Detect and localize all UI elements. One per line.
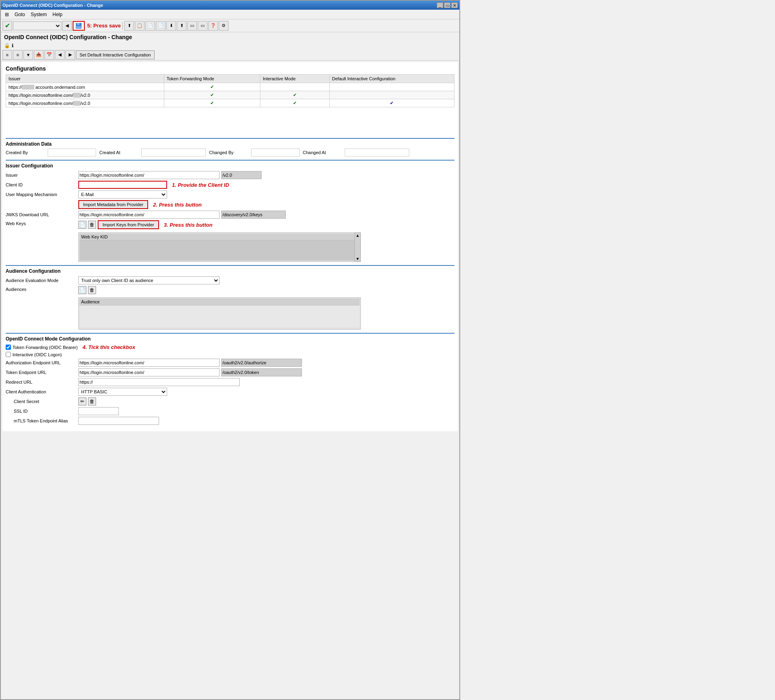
col-token-forwarding: Token Forwarding Mode bbox=[164, 75, 260, 83]
close-btn[interactable]: ✕ bbox=[451, 2, 458, 8]
menu-goto[interactable]: Goto bbox=[12, 11, 27, 18]
nav-back-icon[interactable]: ◀ bbox=[62, 21, 72, 31]
scrollbar-down-icon[interactable]: ▼ bbox=[356, 257, 360, 261]
toolbar-btn4[interactable]: 📄 bbox=[156, 21, 165, 31]
window-controls: _ ▭ ✕ bbox=[437, 2, 458, 8]
jwks-url-suffix-input[interactable] bbox=[221, 211, 286, 219]
created-at-input[interactable] bbox=[141, 148, 206, 157]
issuer-url-suffix-input[interactable] bbox=[221, 171, 262, 179]
changed-at-input[interactable] bbox=[345, 148, 409, 157]
check-icon[interactable]: ✔ bbox=[2, 21, 12, 31]
ssl-id-input[interactable] bbox=[78, 407, 119, 415]
row2-default bbox=[329, 91, 454, 99]
toolbar-combo[interactable] bbox=[13, 21, 61, 30]
scrollbar-up-icon[interactable]: ▲ bbox=[356, 233, 360, 238]
audience-eval-select[interactable]: Trust only own Client ID as audience bbox=[78, 276, 220, 284]
tb2-btn7[interactable]: ▶ bbox=[65, 50, 75, 60]
audiences-control: 📄 🗑 Audience bbox=[78, 286, 455, 330]
audience-delete-icon[interactable]: 🗑 bbox=[88, 286, 96, 294]
redirect-url-input[interactable] bbox=[78, 378, 240, 386]
user-mapping-select[interactable]: E-Mail bbox=[78, 190, 167, 199]
issuer-url-group bbox=[78, 171, 455, 179]
audience-new-icon[interactable]: 📄 bbox=[78, 286, 86, 294]
tb2-btn1[interactable]: ≡ bbox=[2, 50, 12, 60]
configurations-table: Issuer Token Forwarding Mode Interactive… bbox=[6, 74, 455, 107]
audience-eval-label: Audience Evaluation Mode bbox=[6, 278, 78, 283]
jwks-url-main-input[interactable] bbox=[78, 211, 220, 219]
restore-btn[interactable]: ▭ bbox=[444, 2, 450, 8]
save-button[interactable] bbox=[73, 21, 85, 31]
client-secret-delete-icon[interactable]: 🗑 bbox=[88, 397, 96, 405]
client-id-input[interactable] bbox=[78, 181, 167, 189]
import-keys-button[interactable]: Import Keys from Provider bbox=[98, 220, 159, 229]
row2-token-fwd: ✔ bbox=[164, 91, 260, 99]
web-keys-new-icon[interactable]: 📄 bbox=[78, 221, 86, 229]
token-url-suffix-input[interactable] bbox=[221, 368, 302, 376]
created-by-input[interactable] bbox=[48, 148, 96, 157]
menu-help[interactable]: Help bbox=[50, 11, 65, 18]
token-forwarding-checkbox[interactable] bbox=[6, 345, 11, 350]
web-keys-table: Web Key KID bbox=[78, 232, 361, 262]
tb2-btn6[interactable]: ◀ bbox=[55, 50, 65, 60]
client-auth-select[interactable]: HTTP BASIC bbox=[78, 388, 167, 396]
auth-endpoint-row: Authorization Endpoint URL bbox=[6, 359, 455, 367]
auth-endpoint-label: Authorization Endpoint URL bbox=[6, 360, 78, 365]
toolbar-btn3[interactable]: 📄 bbox=[145, 21, 155, 31]
auth-url-suffix-input[interactable] bbox=[221, 359, 302, 367]
col-interactive: Interactive Mode bbox=[260, 75, 329, 83]
admin-fields-row: Created By Created At Changed By Changed… bbox=[6, 148, 455, 157]
tb2-btn3[interactable]: ▼ bbox=[23, 50, 33, 60]
toolbar-btn5[interactable]: ⬇ bbox=[166, 21, 176, 31]
web-keys-delete-icon[interactable]: 🗑 bbox=[88, 221, 96, 229]
toolbar-btn6[interactable]: ⬆ bbox=[177, 21, 186, 31]
toolbar-btn2[interactable]: 📋 bbox=[135, 21, 145, 31]
row3-issuer: https://login.microsoftonline.com/ /v2.0 bbox=[6, 99, 164, 107]
menu-system[interactable]: System bbox=[28, 11, 49, 18]
info-icon[interactable]: ℹ bbox=[12, 43, 14, 48]
press-save-label: 5: Press save bbox=[87, 23, 121, 29]
row1-default bbox=[329, 83, 454, 91]
tb2-btn5[interactable]: 📅 bbox=[44, 50, 54, 60]
checkmark-blue-icon: ✔ bbox=[390, 100, 394, 105]
title-bar: OpenID Connect (OIDC) Configuration - Ch… bbox=[1, 1, 459, 10]
configurations-title: Configurations bbox=[6, 65, 455, 72]
mtls-input[interactable] bbox=[78, 417, 159, 425]
import-metadata-annotation: 2. Press this button bbox=[153, 202, 202, 208]
import-metadata-control: Import Metadata from Provider 2. Press t… bbox=[78, 200, 455, 209]
page-title-area: OpenID Connect (OIDC) Configuration - Ch… bbox=[1, 32, 459, 42]
ssl-id-label: SSL ID bbox=[6, 409, 78, 414]
created-at-label: Created At bbox=[99, 150, 140, 155]
set-default-interactive-btn[interactable]: Set Default Interactive Configuration bbox=[76, 50, 155, 59]
import-metadata-row: Import Metadata from Provider 2. Press t… bbox=[6, 200, 455, 209]
audience-config-section: Audience Configuration Audience Evaluati… bbox=[6, 265, 455, 330]
changed-by-input[interactable] bbox=[251, 148, 300, 157]
menu-app-icon[interactable]: ⊞ bbox=[2, 11, 11, 18]
interactive-checkbox[interactable] bbox=[6, 352, 11, 357]
client-secret-edit-icon[interactable]: ✏ bbox=[78, 397, 86, 405]
keys-content-area bbox=[80, 240, 360, 261]
row1-token-fwd: ✔ bbox=[164, 83, 260, 91]
toolbar-btn7[interactable]: ▭ bbox=[187, 21, 197, 31]
issuer-url-main-input[interactable] bbox=[78, 171, 220, 179]
settings-icon[interactable]: ⚙ bbox=[219, 21, 228, 31]
audiences-row: Audiences 📄 🗑 Audience bbox=[6, 286, 455, 330]
audience-list: Audience bbox=[78, 297, 361, 330]
import-metadata-button[interactable]: Import Metadata from Provider bbox=[78, 200, 148, 209]
help-icon[interactable]: ❓ bbox=[208, 21, 218, 31]
token-url-main-input[interactable] bbox=[78, 368, 220, 376]
redirect-url-control bbox=[78, 378, 455, 386]
toolbar-btn8[interactable]: ▭ bbox=[198, 21, 207, 31]
changed-at-group: Changed At bbox=[303, 148, 409, 157]
client-auth-label: Client Authentication bbox=[6, 389, 78, 394]
checkmark-icon: ✔ bbox=[293, 100, 297, 105]
tb2-btn2[interactable]: ≡ bbox=[13, 50, 23, 60]
minimize-btn[interactable]: _ bbox=[437, 2, 443, 8]
tb2-btn4[interactable]: 📤 bbox=[34, 50, 44, 60]
auth-url-main-input[interactable] bbox=[78, 359, 220, 367]
audience-config-title: Audience Configuration bbox=[6, 268, 455, 274]
row1-interactive bbox=[260, 83, 329, 91]
svg-rect-1 bbox=[77, 23, 80, 25]
toolbar-btn1[interactable]: ⬆ bbox=[124, 21, 134, 31]
import-keys-annotation: 3. Press this button bbox=[164, 222, 213, 228]
audience-content bbox=[80, 305, 360, 328]
